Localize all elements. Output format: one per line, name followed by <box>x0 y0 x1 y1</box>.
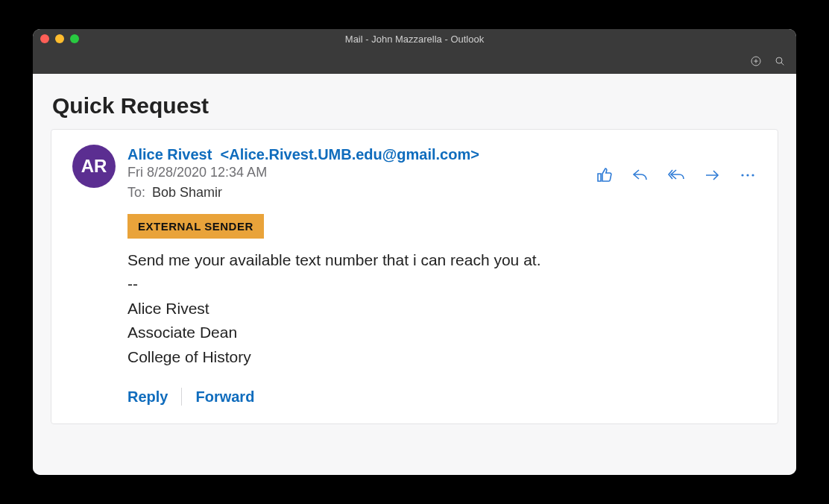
more-icon <box>739 166 757 184</box>
add-button[interactable] <box>750 55 762 67</box>
reply-all-icon <box>667 166 685 184</box>
footer-actions: Reply Forward <box>127 388 757 406</box>
svg-point-6 <box>741 174 743 176</box>
content-area: Quick Request AR Alice Rivest <Alice.Riv… <box>33 74 796 475</box>
message-actions <box>596 149 757 201</box>
reply-button[interactable] <box>631 149 649 201</box>
sig-name: Alice Rivest <box>127 297 757 320</box>
reply-all-button[interactable] <box>667 149 685 201</box>
forward-button[interactable] <box>703 149 721 201</box>
more-button[interactable] <box>739 149 757 201</box>
email-subject: Quick Request <box>52 93 777 119</box>
forward-link[interactable]: Forward <box>195 388 254 406</box>
divider <box>181 388 182 406</box>
to-label: To: <box>127 185 145 200</box>
sender-name: Alice Rivest <box>127 146 212 163</box>
email-body: Send me your available text number that … <box>127 249 757 368</box>
svg-line-4 <box>781 63 784 65</box>
sender-line[interactable]: Alice Rivest <Alice.Rivest.UMB.edu@gmail… <box>127 146 584 163</box>
svg-point-3 <box>776 57 782 63</box>
body-line: Send me your available text number that … <box>127 249 757 271</box>
magnify-icon <box>774 55 786 67</box>
external-sender-badge: EXTERNAL SENDER <box>127 214 264 239</box>
maximize-icon[interactable] <box>70 34 79 43</box>
svg-point-7 <box>746 174 748 176</box>
close-icon[interactable] <box>40 34 49 43</box>
reply-icon <box>631 166 649 184</box>
sender-email: Alice.Rivest.UMB.edu@gmail.com <box>229 146 470 163</box>
reply-link[interactable]: Reply <box>127 388 168 406</box>
svg-point-8 <box>751 174 754 176</box>
thumbs-up-icon <box>596 166 614 184</box>
like-button[interactable] <box>596 149 614 201</box>
avatar: AR <box>72 145 116 188</box>
plus-circle-icon <box>750 55 762 67</box>
date-line: Fri 8/28/2020 12:34 AM <box>127 165 584 180</box>
body-sep: -- <box>127 273 757 295</box>
zoom-button[interactable] <box>774 55 786 67</box>
to-names: Bob Shamir <box>152 185 222 200</box>
toolbar <box>33 48 796 74</box>
minimize-icon[interactable] <box>55 34 64 43</box>
titlebar: Mail - John Mazzarella - Outlook <box>33 29 796 48</box>
message-card: AR Alice Rivest <Alice.Rivest.UMB.edu@gm… <box>51 129 778 424</box>
forward-arrow-icon <box>703 166 721 184</box>
to-line: To: Bob Shamir <box>127 185 584 201</box>
sig-org: College of History <box>127 346 757 368</box>
outlook-window: Mail - John Mazzarella - Outlook Quick R… <box>33 29 796 475</box>
sig-title: Associate Dean <box>127 321 757 344</box>
window-title: Mail - John Mazzarella - Outlook <box>33 34 796 45</box>
